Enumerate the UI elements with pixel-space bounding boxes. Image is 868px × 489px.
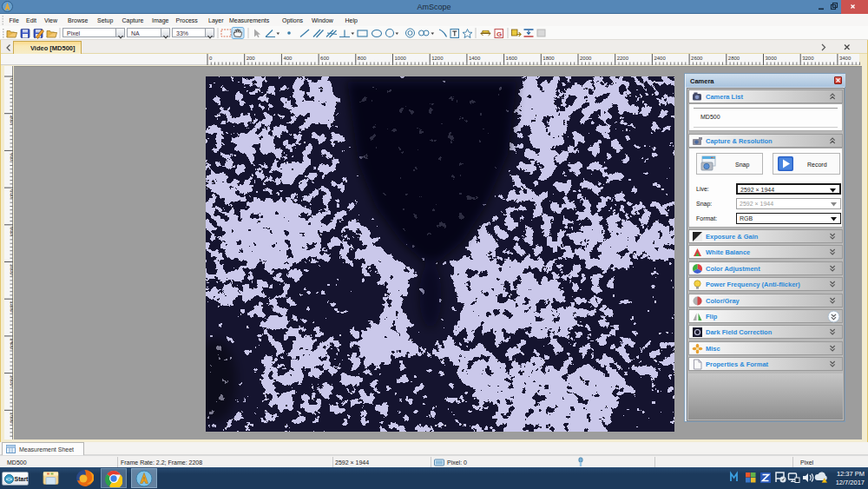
- svg-text:0: 0: [209, 56, 213, 61]
- svg-text:1600: 1600: [506, 56, 518, 61]
- svg-text:3200: 3200: [802, 56, 814, 61]
- svg-text:3000: 3000: [766, 56, 778, 61]
- svg-text:2400: 2400: [654, 56, 666, 61]
- svg-text:200: 200: [247, 56, 256, 61]
- svg-text:1000: 1000: [395, 56, 407, 61]
- svg-text:1400: 1400: [469, 56, 481, 61]
- svg-text:400: 400: [283, 56, 293, 61]
- svg-text:200: 200: [10, 116, 13, 125]
- svg-text:2000: 2000: [580, 56, 592, 61]
- svg-text:800: 800: [10, 227, 13, 236]
- svg-text:800: 800: [358, 56, 367, 61]
- svg-text:G: G: [496, 30, 502, 38]
- svg-text:1200: 1200: [431, 56, 444, 61]
- svg-text:600: 600: [320, 56, 330, 61]
- svg-text:600: 600: [10, 189, 13, 199]
- svg-text:2800: 2800: [728, 56, 740, 61]
- svg-text:2200: 2200: [617, 56, 629, 61]
- svg-text:3400: 3400: [839, 56, 852, 61]
- svg-text:1800: 1800: [542, 56, 555, 61]
- svg-text:400: 400: [10, 152, 13, 162]
- svg-text:2600: 2600: [691, 56, 703, 61]
